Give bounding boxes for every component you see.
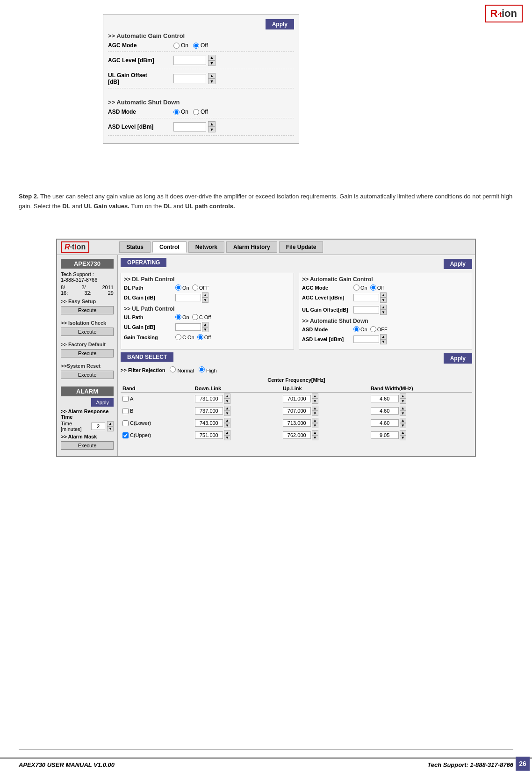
down-link-up-A[interactable]: ▲ — [224, 394, 230, 399]
band-checkbox-A[interactable] — [122, 396, 129, 402]
agc-right-level-down-btn[interactable]: ▼ — [380, 298, 387, 303]
asd-mode-on-radio[interactable] — [173, 109, 180, 115]
down-link-down-C(Upper)[interactable]: ▼ — [224, 435, 230, 440]
band-width-down-B[interactable]: ▼ — [400, 411, 406, 416]
asd-right-mode-radio[interactable]: On OFF — [353, 326, 388, 332]
high-radio-label[interactable]: High — [199, 366, 217, 373]
asd-level-input[interactable]: 33.0 — [173, 122, 206, 131]
asd-right-level-up-btn[interactable]: ▲ — [380, 334, 387, 339]
network-tab[interactable]: Network — [188, 241, 224, 253]
up-link-down-A[interactable]: ▼ — [312, 399, 318, 404]
band-width-input-C(Upper)[interactable] — [371, 431, 399, 439]
operating-apply-btn[interactable]: Apply — [444, 259, 472, 269]
ul-path-off-radio[interactable] — [192, 314, 198, 320]
down-link-input-B[interactable] — [195, 407, 223, 415]
down-link-input-C(Upper)[interactable] — [195, 431, 223, 439]
down-link-up-B[interactable]: ▲ — [224, 406, 230, 411]
agc-right-level-spinbox[interactable]: 30.0 ▲ ▼ — [353, 292, 387, 303]
execute5-btn[interactable]: Execute — [61, 441, 114, 450]
agc-right-on-label[interactable]: On — [353, 284, 367, 291]
agc-right-mode-radio[interactable]: On Off — [353, 284, 384, 291]
asd-right-off-radio[interactable] — [370, 326, 376, 332]
asd-right-on-radio[interactable] — [353, 326, 359, 332]
up-link-up-B[interactable]: ▲ — [312, 406, 318, 411]
agc-right-off-radio[interactable] — [370, 284, 376, 291]
time-up-btn[interactable]: ▲ — [107, 421, 114, 426]
dl-gain-down-btn[interactable]: ▼ — [202, 298, 208, 303]
ul-gain-input[interactable]: 90.0 — [175, 323, 201, 331]
agc-mode-on-label[interactable]: On — [173, 42, 188, 49]
asd-mode-off-radio[interactable] — [193, 109, 199, 115]
band-width-input-A[interactable] — [371, 395, 399, 402]
ul-gain-up-btn[interactable]: ▲ — [202, 322, 208, 327]
up-link-down-C(Lower)[interactable]: ▼ — [312, 423, 318, 428]
gain-tracking-on-label[interactable]: C On — [175, 334, 194, 340]
high-radio[interactable] — [199, 366, 205, 372]
execute2-btn[interactable]: Execute — [61, 328, 114, 336]
dl-gain-up-btn[interactable]: ▲ — [202, 292, 208, 298]
ul-gain-offset-down-btn[interactable]: ▼ — [380, 310, 387, 315]
status-tab[interactable]: Status — [119, 241, 151, 253]
agc-mode-radio-group[interactable]: On Off — [173, 42, 208, 49]
asd-right-level-down-btn[interactable]: ▼ — [380, 339, 387, 344]
up-link-up-C(Upper)[interactable]: ▲ — [312, 430, 318, 435]
band-width-down-C(Upper)[interactable]: ▼ — [400, 435, 406, 440]
dl-path-on-label[interactable]: On — [175, 284, 189, 291]
down-link-down-C(Lower)[interactable]: ▼ — [224, 423, 230, 428]
asd-level-up-btn[interactable]: ▲ — [208, 121, 216, 127]
apply-button-top[interactable]: Apply — [266, 19, 294, 29]
ul-gain-spinbox[interactable]: 90.0 ▲ ▼ — [175, 322, 208, 332]
ul-gain-down-btn[interactable]: ▼ — [202, 327, 208, 332]
file-update-tab[interactable]: File Update — [279, 241, 324, 253]
agc-level-up-btn[interactable]: ▲ — [208, 55, 216, 60]
asd-mode-radio-group[interactable]: On Off — [173, 109, 208, 115]
dl-path-off-radio[interactable] — [192, 284, 198, 291]
down-link-up-C(Lower)[interactable]: ▲ — [224, 418, 230, 423]
agc-right-off-label[interactable]: Off — [370, 284, 384, 291]
down-link-down-B[interactable]: ▼ — [224, 411, 230, 416]
band-apply-btn[interactable]: Apply — [444, 353, 472, 364]
alarm-apply-btn[interactable]: Apply — [91, 398, 114, 407]
dl-path-radio-group[interactable]: On OFF — [175, 284, 209, 291]
ul-gain-offset-up-btn[interactable]: ▲ — [380, 305, 387, 310]
execute1-btn[interactable]: Execute — [61, 306, 114, 314]
band-checkbox-C(Lower)[interactable] — [122, 420, 129, 426]
down-link-input-C(Lower)[interactable] — [195, 419, 223, 427]
up-link-input-A[interactable] — [283, 395, 311, 402]
ul-gain-spinbox[interactable]: 0.0 ▲ ▼ — [173, 73, 216, 84]
down-link-down-A[interactable]: ▼ — [224, 399, 230, 404]
gain-tracking-radio-group[interactable]: C On Off — [175, 334, 211, 340]
control-tab[interactable]: Control — [152, 241, 187, 253]
asd-mode-off-label[interactable]: Off — [193, 109, 208, 115]
dl-path-on-radio[interactable] — [175, 284, 181, 291]
up-link-up-C(Lower)[interactable]: ▲ — [312, 418, 318, 423]
agc-right-on-radio[interactable] — [353, 284, 359, 291]
ul-gain-offset-input[interactable]: 0.0 — [353, 306, 379, 314]
band-width-up-C(Upper)[interactable]: ▲ — [400, 430, 406, 435]
normal-radio[interactable] — [170, 366, 176, 372]
up-link-down-C(Upper)[interactable]: ▼ — [312, 435, 318, 440]
agc-level-input[interactable]: 30.0 — [173, 56, 206, 65]
gain-tracking-on-radio[interactable] — [175, 334, 181, 340]
up-link-input-B[interactable] — [283, 407, 311, 415]
time-down-btn[interactable]: ▼ — [107, 426, 114, 431]
ul-gain-up-btn[interactable]: ▲ — [208, 73, 216, 79]
band-width-input-C(Lower)[interactable] — [371, 419, 399, 427]
band-check-cell[interactable]: C(Lower) — [121, 417, 193, 429]
ul-path-radio-group[interactable]: On C Off — [175, 314, 211, 320]
gain-tracking-off-label[interactable]: Off — [197, 334, 211, 340]
band-width-up-A[interactable]: ▲ — [400, 394, 406, 399]
dl-path-off-label[interactable]: OFF — [192, 284, 209, 291]
ul-path-off-label[interactable]: C Off — [192, 314, 211, 320]
down-link-input-A[interactable] — [195, 395, 223, 402]
up-link-up-A[interactable]: ▲ — [312, 394, 318, 399]
asd-right-level-spinbox[interactable]: 33.0 ▲ ▼ — [353, 334, 387, 344]
band-width-input-B[interactable] — [371, 407, 399, 415]
ul-gain-down-btn[interactable]: ▼ — [208, 79, 216, 84]
up-link-input-C(Upper)[interactable] — [283, 431, 311, 439]
gain-tracking-off-radio[interactable] — [197, 334, 203, 340]
band-width-down-A[interactable]: ▼ — [400, 399, 406, 404]
asd-right-on-label[interactable]: On — [353, 326, 367, 332]
agc-mode-on-radio[interactable] — [173, 43, 180, 49]
band-checkbox-C(Upper)[interactable] — [122, 432, 129, 438]
